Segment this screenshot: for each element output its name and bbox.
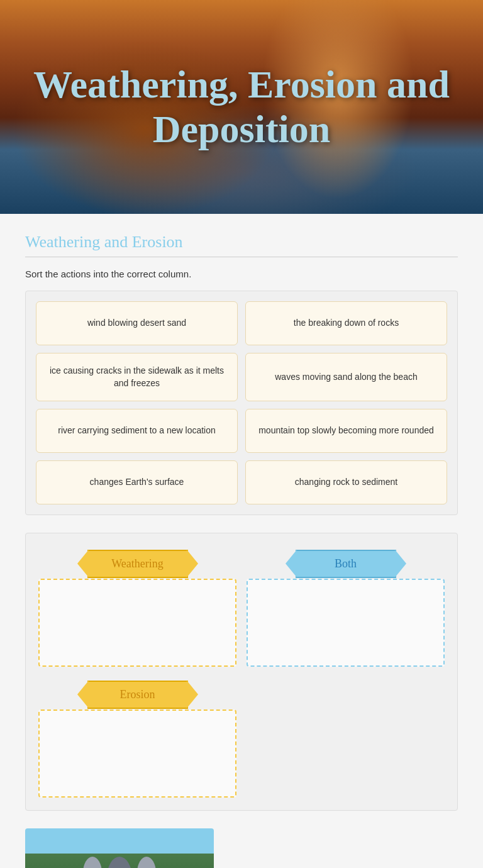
both-banner-wrapper: Both — [247, 546, 445, 581]
erosion-banner-wrapper: Erosion — [38, 677, 236, 712]
cards-grid: wind blowing desert sand the breaking do… — [36, 301, 447, 504]
card-ice-cracks[interactable]: ice causing cracks in the sidewalk as it… — [36, 353, 238, 401]
weathering-banner-wrapper: Weathering — [38, 546, 236, 581]
rock-shape-large — [107, 857, 132, 868]
cards-container: wind blowing desert sand the breaking do… — [25, 291, 458, 515]
weathering-column: Weathering — [38, 546, 236, 667]
card-river-sediment[interactable]: river carrying sediment to a new locatio… — [36, 409, 238, 453]
dropzones-container: Weathering Both E — [25, 533, 458, 811]
erosion-dropzone[interactable] — [38, 709, 236, 798]
section-divider — [25, 257, 458, 257]
hero-section: Weathering, Erosion and Deposition — [0, 0, 483, 214]
both-column: Both — [247, 546, 445, 667]
top-dropzones-row: Weathering Both — [38, 546, 445, 667]
card-waves-sand[interactable]: waves moving sand along the beach — [245, 353, 447, 401]
card-changes-earth[interactable]: changes Earth's surface — [36, 460, 238, 504]
erosion-column: Erosion — [38, 677, 236, 798]
main-content: Weathering and Erosion Sort the actions … — [0, 214, 483, 868]
both-dropzone[interactable] — [247, 579, 445, 667]
erosion-banner: Erosion — [87, 681, 188, 709]
both-banner: Both — [296, 550, 396, 578]
bottom-dropzones-row: Erosion — [38, 677, 445, 798]
weathering-banner: Weathering — [87, 550, 188, 578]
weathering-dropzone[interactable] — [38, 579, 236, 667]
card-changing-rock[interactable]: changing rock to sediment — [245, 460, 447, 504]
card-breaking-down[interactable]: the breaking down of rocks — [245, 301, 447, 345]
hero-title: Weathering, Erosion and Deposition — [0, 62, 483, 152]
section-heading: Weathering and Erosion — [25, 233, 458, 252]
empty-bottom-right — [247, 677, 445, 798]
rock-shape-small-2 — [137, 857, 156, 868]
rock-shapes — [83, 857, 156, 868]
sort-instruction: Sort the actions into the correct column… — [25, 269, 458, 279]
rock-shape-small — [83, 857, 102, 868]
bottom-image-preview — [25, 828, 214, 868]
card-wind-blowing[interactable]: wind blowing desert sand — [36, 301, 238, 345]
card-mountain-rounded[interactable]: mountain top slowly becoming more rounde… — [245, 409, 447, 453]
